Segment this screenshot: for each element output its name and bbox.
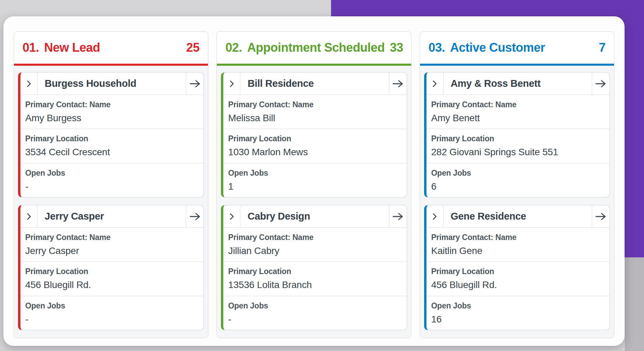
field-label: Open Jobs xyxy=(431,169,604,178)
field-label: Primary Location xyxy=(25,267,198,276)
column-body: Bill Residence Primary Contact: Name Mel… xyxy=(217,66,411,338)
lead-card[interactable]: Gene Residence Primary Contact: Name Kai… xyxy=(424,205,610,330)
column-number: 01. xyxy=(23,41,39,55)
card-title: Amy & Ross Benett xyxy=(444,73,592,95)
arrow-right-icon xyxy=(189,212,201,221)
lead-card[interactable]: Bill Residence Primary Contact: Name Mel… xyxy=(221,72,407,197)
lead-card-header: Jerry Casper xyxy=(20,205,204,228)
chevron-right-icon xyxy=(229,212,235,221)
field-value: 6 xyxy=(431,181,604,192)
column-number: 02. xyxy=(225,41,242,55)
kanban-column-active-customer: 03. Active Customer 7 Amy & Ross Benett xyxy=(420,31,614,338)
field-value: - xyxy=(228,314,401,325)
field-value: 1030 Marlon Mews xyxy=(228,147,401,158)
field-value: 13536 Lolita Branch xyxy=(228,280,401,290)
lead-card-header: Amy & Ross Benett xyxy=(426,73,610,95)
card-title: Jerry Casper xyxy=(38,205,186,227)
card-field: Open Jobs 1 xyxy=(223,163,406,197)
card-field: Open Jobs - xyxy=(223,296,406,330)
field-label: Primary Location xyxy=(228,134,401,143)
lead-card[interactable]: Cabry Design Primary Contact: Name Jilli… xyxy=(221,205,407,330)
chevron-right-icon xyxy=(432,212,437,221)
open-record-button[interactable] xyxy=(389,73,407,95)
card-field: Primary Location 282 Giovani Springs Sui… xyxy=(426,129,610,163)
field-label: Open Jobs xyxy=(228,169,401,178)
page-background: { "theme": { "background_gray": "#d5d4d6… xyxy=(0,0,644,351)
card-title: Bill Residence xyxy=(240,73,389,95)
card-field: Primary Contact: Name Jerry Casper xyxy=(20,228,204,262)
open-record-button[interactable] xyxy=(592,73,610,95)
chevron-right-icon xyxy=(229,80,235,88)
field-label: Primary Contact: Name xyxy=(431,100,604,109)
card-field: Primary Location 3534 Cecil Crescent xyxy=(20,129,204,163)
card-field: Primary Contact: Name Kaitlin Gene xyxy=(426,228,610,262)
column-count: 25 xyxy=(186,41,199,55)
lead-card-header: Bill Residence xyxy=(223,73,406,95)
lead-card-header: Gene Residence xyxy=(426,205,610,228)
field-value: Jerry Casper xyxy=(25,245,198,256)
field-value: Amy Burgess xyxy=(25,113,198,124)
card-field: Primary Location 1030 Marlon Mews xyxy=(223,129,406,163)
open-record-button[interactable] xyxy=(592,205,610,227)
expand-card-button[interactable] xyxy=(223,73,240,95)
open-record-button[interactable] xyxy=(186,205,204,227)
column-body: Burgess Household Primary Contact: Name … xyxy=(14,66,208,338)
card-field: Primary Contact: Name Jillian Cabry xyxy=(223,228,406,262)
expand-card-button[interactable] xyxy=(20,205,38,227)
field-label: Primary Location xyxy=(431,267,604,276)
card-title: Burgess Household xyxy=(38,73,186,95)
field-label: Primary Location xyxy=(431,134,604,143)
card-field: Primary Contact: Name Amy Burgess xyxy=(20,95,204,129)
field-value: Kaitlin Gene xyxy=(431,245,604,256)
expand-card-button[interactable] xyxy=(223,205,240,227)
chevron-right-icon xyxy=(26,212,32,221)
field-value: 456 Bluegill Rd. xyxy=(431,280,604,290)
gray-corner-block xyxy=(625,257,644,351)
field-label: Primary Location xyxy=(228,267,401,276)
kanban-column-new-lead: 01. New Lead 25 Burgess Household xyxy=(14,31,208,338)
lead-card[interactable]: Jerry Casper Primary Contact: Name Jerry… xyxy=(18,205,204,330)
card-field: Open Jobs 6 xyxy=(426,163,610,197)
chevron-right-icon xyxy=(26,80,32,88)
field-value: 456 Bluegill Rd. xyxy=(25,280,198,290)
field-label: Open Jobs xyxy=(431,301,604,310)
arrow-right-icon xyxy=(595,212,606,221)
arrow-right-icon xyxy=(189,79,201,88)
column-title: Appointment Scheduled xyxy=(247,41,385,55)
field-label: Open Jobs xyxy=(228,301,401,310)
open-record-button[interactable] xyxy=(186,73,204,95)
lead-card[interactable]: Amy & Ross Benett Primary Contact: Name … xyxy=(424,72,610,197)
field-label: Open Jobs xyxy=(25,169,198,178)
arrow-right-icon xyxy=(392,79,404,88)
column-title: Active Customer xyxy=(450,41,545,55)
field-label: Primary Contact: Name xyxy=(25,233,198,242)
column-header: 02. Appointment Scheduled 33 xyxy=(217,32,411,64)
field-value: Melissa Bill xyxy=(228,113,401,124)
open-record-button[interactable] xyxy=(389,205,407,227)
field-value: - xyxy=(25,181,198,192)
field-value: Amy Benett xyxy=(431,113,604,124)
card-field: Open Jobs 16 xyxy=(426,296,610,330)
chevron-right-icon xyxy=(432,80,437,88)
field-label: Primary Contact: Name xyxy=(431,233,604,242)
field-label: Primary Contact: Name xyxy=(228,100,401,109)
field-label: Open Jobs xyxy=(25,301,198,310)
arrow-right-icon xyxy=(392,212,404,221)
expand-card-button[interactable] xyxy=(426,205,444,227)
expand-card-button[interactable] xyxy=(426,73,444,95)
column-header: 03. Active Customer 7 xyxy=(420,32,614,64)
field-value: Jillian Cabry xyxy=(228,245,401,256)
arrow-right-icon xyxy=(595,79,606,88)
lead-card-header: Cabry Design xyxy=(223,205,406,228)
field-value: 1 xyxy=(228,181,401,192)
expand-card-button[interactable] xyxy=(20,73,38,95)
card-title: Cabry Design xyxy=(240,205,389,227)
field-label: Primary Contact: Name xyxy=(228,233,401,242)
card-field: Open Jobs - xyxy=(20,296,204,330)
field-label: Primary Contact: Name xyxy=(25,100,198,109)
card-field: Primary Location 456 Bluegill Rd. xyxy=(426,262,610,296)
card-title: Gene Residence xyxy=(444,205,592,227)
column-count: 33 xyxy=(390,41,403,55)
card-field: Primary Contact: Name Amy Benett xyxy=(426,95,610,129)
lead-card[interactable]: Burgess Household Primary Contact: Name … xyxy=(18,72,204,197)
